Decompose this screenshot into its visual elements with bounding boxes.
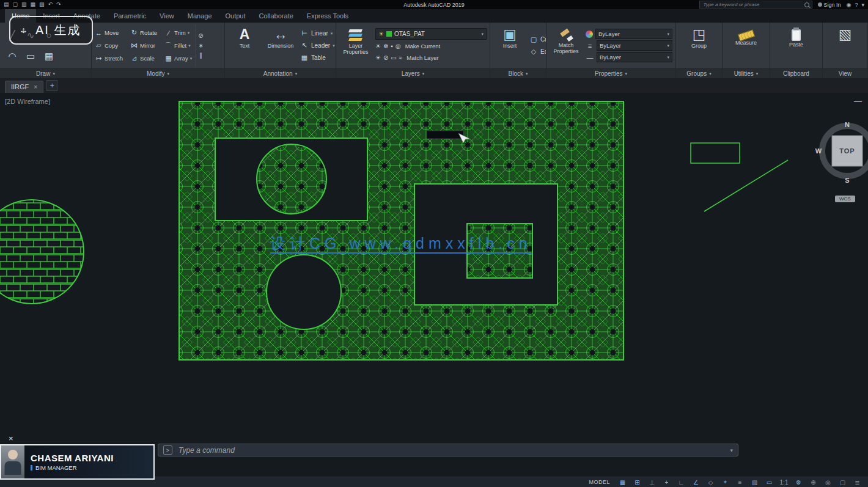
infer-constraints-icon[interactable]: ⊥ xyxy=(645,478,659,486)
modify-tool-button[interactable]: ∕ Trim ▾ xyxy=(164,27,192,38)
viewcube[interactable]: TOP N W S xyxy=(815,121,868,184)
linetype-control[interactable]: ≡ ByLayer▾ xyxy=(586,40,672,51)
workspace-gear-icon[interactable]: ⚙ xyxy=(792,478,806,486)
layer-walk-icon[interactable]: ▭ xyxy=(391,54,396,61)
ribbon-tab[interactable]: Parametric xyxy=(107,9,153,23)
osnap-icon[interactable]: ⌖ xyxy=(718,478,732,486)
block-tool-button[interactable]: ▢ Create xyxy=(529,34,546,45)
layer-isolate-icon[interactable]: ◎ xyxy=(395,43,401,49)
isolate-objects-icon[interactable]: ◎ xyxy=(821,478,835,486)
panel-label-clipboard[interactable]: Clipboard xyxy=(770,68,822,78)
rectangle-icon[interactable]: ▭ xyxy=(26,51,35,62)
hatch-icon[interactable]: ▦ xyxy=(45,51,53,62)
ribbon-tab[interactable]: Collaborate xyxy=(252,9,300,23)
modify-tool-button[interactable]: ⌒ Fillet ▾ xyxy=(164,40,192,51)
make-current-button[interactable]: Make Current xyxy=(405,43,441,49)
panel-label-annotation[interactable]: Annotation▾ xyxy=(225,68,336,78)
grid-icon[interactable]: ▦ xyxy=(616,478,630,486)
layer-merge-icon[interactable]: ≈ xyxy=(399,54,403,61)
command-input[interactable] xyxy=(177,445,725,455)
polar-tracking-icon[interactable]: ∠ xyxy=(689,478,703,486)
customize-icon[interactable]: ≣ xyxy=(850,478,864,486)
panel-label-block[interactable]: Block▾ xyxy=(490,68,546,78)
hatched-circle[interactable] xyxy=(257,144,326,214)
hatched-plate[interactable] xyxy=(179,101,623,360)
annotation-tool-button[interactable]: ↖ Leader ▾ xyxy=(300,40,335,51)
match-layer-button[interactable]: Match Layer xyxy=(406,54,438,61)
panel-label-view[interactable]: View xyxy=(823,68,867,78)
layer-freeze-icon[interactable]: ❄ xyxy=(383,43,388,49)
lineweight-control[interactable]: — ByLayer▾ xyxy=(586,52,672,62)
explode-icon[interactable]: ∗ xyxy=(198,42,203,49)
panel-label-layers[interactable]: Layers▾ xyxy=(336,68,490,78)
layer-off-icon[interactable]: ☀ xyxy=(375,43,381,49)
close-tab-icon[interactable]: × xyxy=(34,84,37,90)
layer-lock-icon[interactable]: ▪ xyxy=(391,43,393,49)
print-icon[interactable]: ▨ xyxy=(39,0,45,9)
panel-label-utilities[interactable]: Utilities▾ xyxy=(723,68,770,78)
search-icon[interactable] xyxy=(804,2,809,7)
viewport-controls-label[interactable]: [2D Wireframe] xyxy=(5,98,50,105)
search-input[interactable] xyxy=(702,1,803,8)
ribbon-tab[interactable]: Express Tools xyxy=(300,9,355,23)
redo-icon[interactable]: ↷ xyxy=(56,0,61,9)
annotation-scale-label[interactable]: 1:1 xyxy=(777,478,791,486)
options-dropdown-icon[interactable]: ▾ xyxy=(861,2,864,8)
block-tool-button[interactable]: ◇ Edit xyxy=(529,46,546,57)
modify-tool-button[interactable]: ↦ Stretch xyxy=(95,53,125,64)
dimension-button[interactable]: ↔ Dimension xyxy=(264,24,297,67)
clean-screen-icon[interactable]: ▢ xyxy=(836,478,850,486)
modify-tool-button[interactable]: ↻ Rotate xyxy=(130,27,159,38)
object-color-control[interactable]: ByLayer▾ xyxy=(586,29,672,39)
dynamic-input-icon[interactable]: + xyxy=(660,478,674,486)
modify-tool-button[interactable]: ↔ Move xyxy=(95,27,125,38)
paste-button[interactable]: Paste xyxy=(780,24,813,67)
selection-cycling-icon[interactable]: ▭ xyxy=(762,478,776,486)
undo-icon[interactable]: ↶ xyxy=(48,0,53,9)
save-icon[interactable]: ▦ xyxy=(31,0,36,9)
ribbon-tab[interactable]: Manage xyxy=(181,9,219,23)
new-tab-button[interactable]: + xyxy=(46,80,57,91)
help-icon[interactable]: ? xyxy=(855,2,858,8)
view-tool-button[interactable]: ▧ xyxy=(829,24,862,67)
modify-tool-button[interactable]: ⋈ Mirror xyxy=(130,40,159,51)
modify-tool-button[interactable]: ▱ Copy xyxy=(95,40,125,51)
annotation-tool-button[interactable]: ⊢ Linear ▾ xyxy=(300,28,335,39)
small-rectangle[interactable] xyxy=(691,143,740,163)
diagonal-line[interactable] xyxy=(704,160,788,211)
open-file-icon[interactable]: ▥ xyxy=(21,0,27,9)
sign-in-button[interactable]: Sign In xyxy=(818,2,841,8)
arc-icon[interactable]: ◠ xyxy=(8,51,16,62)
lineweight-icon[interactable]: ≡ xyxy=(733,478,747,486)
wcs-badge[interactable]: WCS xyxy=(835,196,855,202)
panel-label-properties[interactable]: Properties▾ xyxy=(546,68,675,78)
new-file-icon[interactable]: ▢ xyxy=(13,0,18,9)
ortho-icon[interactable]: ∟ xyxy=(674,478,688,486)
panel-label-draw[interactable]: Draw▾ xyxy=(0,68,91,78)
lower-third-close-icon[interactable]: × xyxy=(9,434,13,443)
ribbon-tab[interactable]: Output xyxy=(219,9,252,23)
erase-icon[interactable]: ⊘ xyxy=(198,32,203,39)
layer-delete-icon[interactable]: ⊘ xyxy=(383,54,388,61)
annotation-tool-button[interactable]: ▦ Table xyxy=(300,53,335,64)
layer-unisolate-icon[interactable]: ☀ xyxy=(375,54,381,61)
panel-label-groups[interactable]: Groups▾ xyxy=(676,68,722,78)
viewcube-west[interactable]: W xyxy=(815,147,822,155)
group-button[interactable]: ◳ Group xyxy=(683,24,716,67)
isodraft-icon[interactable]: ◇ xyxy=(704,478,718,486)
text-button[interactable]: A Text xyxy=(228,24,261,67)
measure-button[interactable]: Measure xyxy=(730,24,763,67)
modify-tool-button[interactable]: ▦ Array ▾ xyxy=(164,53,192,64)
viewcube-north[interactable]: N xyxy=(845,121,850,128)
transparency-icon[interactable]: ▨ xyxy=(748,478,762,486)
viewcube-south[interactable]: S xyxy=(845,177,849,184)
match-properties-button[interactable]: Match Properties xyxy=(550,24,583,67)
modify-tool-button[interactable]: ⊿ Scale xyxy=(130,53,159,64)
drawing-file-tab[interactable]: IIRGF × xyxy=(5,81,43,93)
brick-circle[interactable] xyxy=(0,200,84,304)
layer-properties-button[interactable]: Layer Properties xyxy=(339,24,372,67)
layer-dropdown[interactable]: ☀ OTAS_PAT ▾ xyxy=(375,28,487,40)
insert-block-button[interactable]: ▣ Insert xyxy=(493,24,526,67)
panel-label-modify[interactable]: Modify▾ xyxy=(92,68,224,78)
viewport-minimize-icon[interactable]: — xyxy=(854,97,862,106)
